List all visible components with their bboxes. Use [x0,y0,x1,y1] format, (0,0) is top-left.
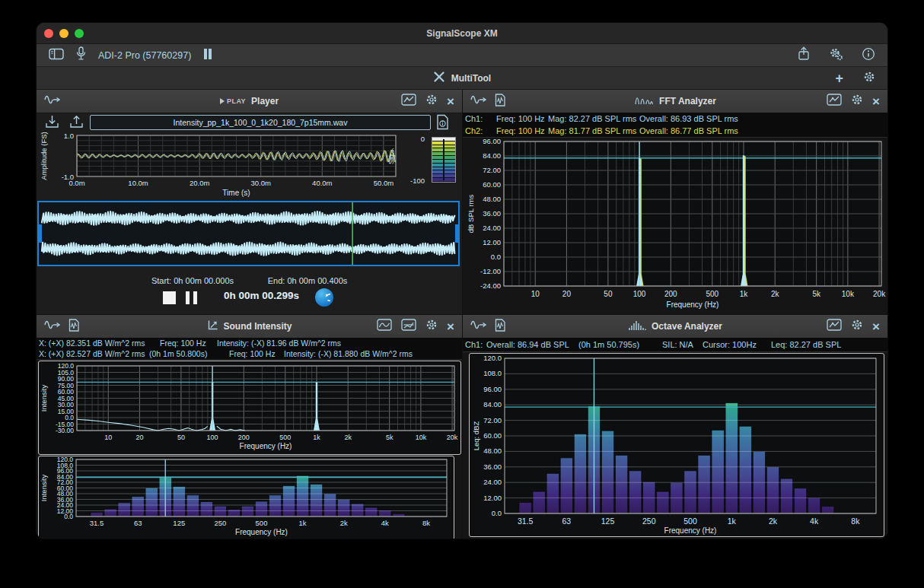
tick-label: 125 [173,519,185,527]
window-controls [44,23,84,43]
minimize-window-button[interactable] [59,29,69,38]
chart-options-icon[interactable] [401,319,416,334]
pause-stream-icon[interactable] [203,49,212,62]
info-icon[interactable] [862,47,875,64]
tick-label: 24.00 [483,478,502,486]
tick-label: 200 [238,434,250,441]
sidebar-toggle-icon[interactable] [49,48,64,63]
overview-wave[interactable] [39,202,458,265]
tick-label: 24.00 [483,224,501,232]
readout-x: X: (+X) 82.351 dB W/m^2 rms [39,338,145,348]
octave-chart-box: 120.0108.096.0084.0072.0060.0048.0036.00… [469,353,884,537]
octave-bars-plot[interactable]: 120.0108.096.0084.0072.0060.0048.0036.00… [470,354,882,535]
tick-label: 60.00 [483,180,501,189]
microphone-icon[interactable] [76,46,86,64]
tick-label: 1k [299,519,307,527]
panel-gear-icon[interactable] [425,94,438,109]
chart-options-icon[interactable] [827,319,842,334]
selection-handle-left[interactable] [39,224,42,243]
tick-label: 96.00 [483,137,501,145]
add-tool-icon[interactable]: + [835,72,843,85]
close-window-button[interactable] [44,29,53,38]
signal-level-meter [432,138,455,182]
envelope-chart-icon[interactable] [377,319,392,334]
file-info-icon[interactable] [436,114,449,133]
stop-button[interactable] [163,291,176,304]
tick-label: 2k [344,434,352,441]
app-window: SignalScope XM ADI-2 Pro (57760297) [37,23,887,539]
readout-freq: Freq: 100 Hz [496,113,545,125]
signal-routing-icon[interactable] [470,94,487,108]
pause-button[interactable] [186,291,197,304]
readout-intensity: Intensity: (-X) 81.96 dB W/m^2 rms [217,338,341,348]
intensity-spectrum-plot[interactable]: 120.0105.090.0075.0060.0045.0030.0015.00… [39,361,459,453]
share-icon[interactable] [797,46,811,64]
titlebar: SignalScope XM [37,23,887,44]
tick-label: 500 [706,290,718,298]
panel-title: Octave Analyzer [652,321,722,332]
tick-label: 2k [340,519,348,527]
tick-label: 36.00 [483,209,501,218]
tick-label: 100 [633,290,646,298]
signal-routing-icon[interactable] [44,94,61,108]
tick-label: 31.5 [90,519,104,527]
multitool-title[interactable]: MultiTool [451,73,491,84]
waveform-overview[interactable] [37,201,460,266]
tick-label: 1k [740,290,749,298]
intensity-spectrum-chart[interactable]: 120.0105.090.0075.0060.0045.0030.0015.00… [39,361,460,456]
close-panel-icon[interactable]: × [447,320,454,333]
intensity-bars-chart[interactable]: 120.0108.096.0084.0072.0060.0048.0036.00… [39,456,454,539]
tick-label: 1k [313,434,320,441]
tick-label: 250 [214,519,226,527]
tick-label: 12.00 [483,238,501,246]
intensity-bars-plot[interactable]: 120.0108.096.0084.0072.0060.0048.0036.00… [39,456,452,538]
loop-button[interactable] [315,288,333,307]
octave-bars-chart[interactable]: 120.0108.096.0084.0072.0060.0048.0036.00… [470,354,884,538]
loaded-file-name[interactable]: Intensity_pp_1k_100_0_1k20_180_7p15mm.wa… [90,115,431,130]
meter-axis-label: Sig… [387,148,395,164]
record-to-file-icon[interactable] [495,319,505,335]
record-to-file-icon[interactable] [495,94,505,110]
player-wave-plot[interactable]: 1.0-1.00.0m10.0m20.0m30.0m40.0m50.0mTime… [37,132,462,198]
tick-label: 63 [134,519,142,527]
panel-gear-icon[interactable] [851,94,863,109]
panel-gear-icon[interactable] [851,319,863,334]
input-device-selector[interactable]: ADI-2 Pro (57760297) [98,50,191,61]
tick-label: 0.0 [64,513,73,520]
settings-gears-icon[interactable] [829,47,843,64]
tick-label: 5k [812,290,821,298]
close-panel-icon[interactable]: × [872,320,880,333]
tick-label: 20k [447,434,458,441]
selection-handle-right[interactable] [455,224,458,243]
fft-readout-ch2: Ch2: Freq: 100 Hz Mag: 81.77 dB SPL rms … [463,125,887,138]
close-panel-icon[interactable]: × [872,95,880,108]
fft-plot[interactable]: 96.0084.0072.0060.0048.0036.0024.0012.00… [463,137,887,315]
axis-label: Intensity [40,385,48,412]
import-file-icon[interactable] [44,114,60,133]
overview-plot[interactable] [39,202,458,268]
close-panel-icon[interactable]: × [447,95,454,108]
intensity-spectrum-box: 120.0105.090.0075.0060.0045.0030.0015.00… [38,361,461,455]
axis-label: dB SPL rms [467,195,475,234]
play-status-indicator: PLAY [220,97,246,105]
panel-gear-icon[interactable] [425,319,438,334]
fft-spectrum-chart[interactable]: 96.0084.0072.0060.0048.0036.0024.0012.00… [463,137,887,315]
intensity-readout-1: X: (+X) 82.351 dB W/m^2 rms Freq: 100 Hz… [37,338,462,349]
tick-label: 10 [104,434,112,441]
record-to-file-icon[interactable] [69,319,79,335]
signal-routing-icon[interactable] [470,319,487,333]
chart-options-icon[interactable] [401,94,416,109]
axis-label: Frequency (Hz) [664,526,717,535]
signal-routing-icon[interactable] [44,319,61,333]
tick-label: -12.00 [480,267,501,275]
player-waveform-chart[interactable]: 1.0-1.00.0m10.0m20.0m30.0m40.0m50.0mTime… [37,132,462,198]
tick-label: 20 [135,434,143,441]
zoom-window-button[interactable] [75,29,84,38]
fft-header: FFT Analyzer × [463,90,887,113]
chart-options-icon[interactable] [827,94,842,109]
multitool-gear-icon[interactable] [863,71,875,85]
readout-time: (0h 1m 50.795s) [578,338,639,351]
tick-label: 31.5 [518,516,534,526]
tick-label: 4k [381,519,389,527]
export-file-icon[interactable] [69,114,84,133]
